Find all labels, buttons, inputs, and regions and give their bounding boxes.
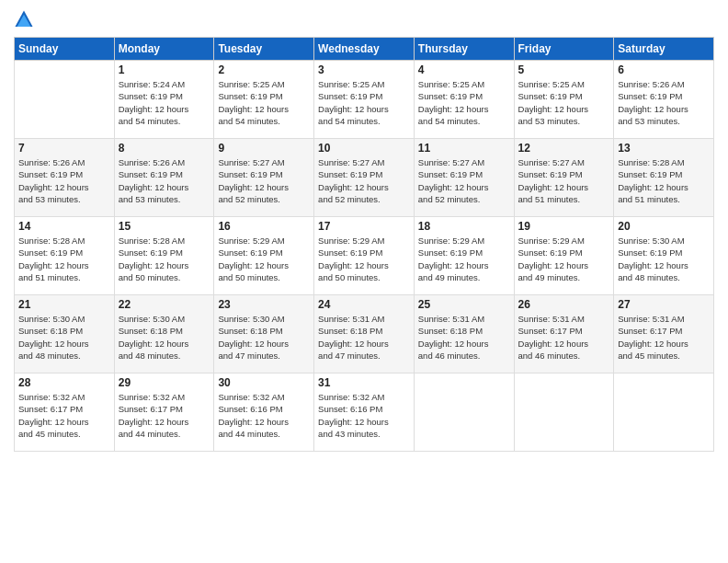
cell-info: Sunrise: 5:32 AM Sunset: 6:17 PM Dayligh… — [119, 391, 210, 440]
calendar-cell: 31Sunrise: 5:32 AM Sunset: 6:16 PM Dayli… — [314, 373, 415, 452]
cell-info: Sunrise: 5:32 AM Sunset: 6:16 PM Dayligh… — [318, 391, 410, 440]
calendar-cell: 30Sunrise: 5:32 AM Sunset: 6:16 PM Dayli… — [214, 373, 314, 452]
calendar-cell: 21Sunrise: 5:30 AM Sunset: 6:18 PM Dayli… — [15, 295, 115, 373]
calendar-cell: 28Sunrise: 5:32 AM Sunset: 6:17 PM Dayli… — [15, 373, 115, 452]
day-number: 20 — [618, 220, 710, 233]
week-row-2: 14Sunrise: 5:28 AM Sunset: 6:19 PM Dayli… — [15, 217, 714, 295]
day-number: 28 — [18, 376, 110, 389]
header-cell-wednesday: Wednesday — [314, 38, 415, 61]
day-number: 23 — [218, 298, 310, 311]
day-number: 22 — [119, 298, 210, 311]
logo — [14, 9, 38, 29]
day-number: 6 — [618, 63, 710, 76]
day-number: 9 — [218, 142, 310, 155]
day-number: 5 — [518, 63, 610, 76]
calendar-cell: 4Sunrise: 5:25 AM Sunset: 6:19 PM Daylig… — [414, 61, 514, 139]
cell-info: Sunrise: 5:29 AM Sunset: 6:19 PM Dayligh… — [218, 235, 310, 283]
day-number: 2 — [218, 63, 310, 76]
calendar-cell: 14Sunrise: 5:28 AM Sunset: 6:19 PM Dayli… — [15, 217, 115, 295]
day-number: 12 — [518, 142, 610, 155]
calendar-cell: 2Sunrise: 5:25 AM Sunset: 6:19 PM Daylig… — [214, 61, 314, 139]
day-number: 26 — [518, 298, 610, 311]
day-number: 18 — [418, 220, 510, 233]
calendar-cell: 19Sunrise: 5:29 AM Sunset: 6:19 PM Dayli… — [514, 217, 614, 295]
cell-info: Sunrise: 5:30 AM Sunset: 6:18 PM Dayligh… — [18, 313, 110, 362]
cell-info: Sunrise: 5:31 AM Sunset: 6:17 PM Dayligh… — [618, 313, 710, 362]
day-number: 13 — [618, 142, 710, 155]
calendar-cell: 7Sunrise: 5:26 AM Sunset: 6:19 PM Daylig… — [15, 139, 115, 217]
day-number: 3 — [318, 63, 410, 76]
calendar-cell: 11Sunrise: 5:27 AM Sunset: 6:19 PM Dayli… — [414, 139, 514, 217]
header-cell-sunday: Sunday — [15, 38, 115, 61]
cell-info: Sunrise: 5:25 AM Sunset: 6:19 PM Dayligh… — [518, 78, 610, 127]
calendar-cell: 3Sunrise: 5:25 AM Sunset: 6:19 PM Daylig… — [314, 61, 415, 139]
day-number: 14 — [18, 220, 110, 233]
day-number: 24 — [318, 298, 410, 311]
calendar-cell: 8Sunrise: 5:26 AM Sunset: 6:19 PM Daylig… — [114, 139, 214, 217]
calendar-cell: 20Sunrise: 5:30 AM Sunset: 6:19 PM Dayli… — [614, 217, 714, 295]
calendar-cell — [614, 373, 714, 452]
cell-info: Sunrise: 5:28 AM Sunset: 6:19 PM Dayligh… — [618, 156, 710, 205]
day-number: 1 — [119, 63, 210, 76]
cell-info: Sunrise: 5:30 AM Sunset: 6:18 PM Dayligh… — [119, 313, 210, 362]
day-number: 16 — [218, 220, 310, 233]
cell-info: Sunrise: 5:26 AM Sunset: 6:19 PM Dayligh… — [119, 156, 210, 205]
week-row-4: 28Sunrise: 5:32 AM Sunset: 6:17 PM Dayli… — [15, 373, 714, 452]
day-number: 27 — [618, 298, 710, 311]
day-number: 11 — [418, 142, 510, 155]
cell-info: Sunrise: 5:26 AM Sunset: 6:19 PM Dayligh… — [18, 156, 110, 205]
calendar-cell: 25Sunrise: 5:31 AM Sunset: 6:18 PM Dayli… — [414, 295, 514, 373]
day-number: 30 — [218, 376, 310, 389]
week-row-1: 7Sunrise: 5:26 AM Sunset: 6:19 PM Daylig… — [15, 139, 714, 217]
day-number: 21 — [18, 298, 110, 311]
calendar-cell: 17Sunrise: 5:29 AM Sunset: 6:19 PM Dayli… — [314, 217, 415, 295]
calendar-cell: 16Sunrise: 5:29 AM Sunset: 6:19 PM Dayli… — [214, 217, 314, 295]
calendar-body: 1Sunrise: 5:24 AM Sunset: 6:19 PM Daylig… — [15, 61, 714, 452]
calendar-cell: 29Sunrise: 5:32 AM Sunset: 6:17 PM Dayli… — [114, 373, 214, 452]
day-number: 17 — [318, 220, 410, 233]
header-cell-thursday: Thursday — [414, 38, 514, 61]
cell-info: Sunrise: 5:31 AM Sunset: 6:18 PM Dayligh… — [418, 313, 510, 362]
day-number: 31 — [318, 376, 410, 389]
calendar-cell: 13Sunrise: 5:28 AM Sunset: 6:19 PM Dayli… — [614, 139, 714, 217]
calendar-cell — [514, 373, 614, 452]
day-number: 4 — [418, 63, 510, 76]
calendar-table: SundayMondayTuesdayWednesdayThursdayFrid… — [14, 37, 714, 452]
cell-info: Sunrise: 5:32 AM Sunset: 6:16 PM Dayligh… — [218, 391, 310, 440]
cell-info: Sunrise: 5:29 AM Sunset: 6:19 PM Dayligh… — [518, 235, 610, 283]
cell-info: Sunrise: 5:31 AM Sunset: 6:17 PM Dayligh… — [518, 313, 610, 362]
calendar-cell: 18Sunrise: 5:29 AM Sunset: 6:19 PM Dayli… — [414, 217, 514, 295]
calendar-cell: 5Sunrise: 5:25 AM Sunset: 6:19 PM Daylig… — [514, 61, 614, 139]
cell-info: Sunrise: 5:25 AM Sunset: 6:19 PM Dayligh… — [218, 78, 310, 127]
calendar-cell: 27Sunrise: 5:31 AM Sunset: 6:17 PM Dayli… — [614, 295, 714, 373]
cell-info: Sunrise: 5:31 AM Sunset: 6:18 PM Dayligh… — [318, 313, 410, 362]
header-row: SundayMondayTuesdayWednesdayThursdayFrid… — [15, 38, 714, 61]
cell-info: Sunrise: 5:30 AM Sunset: 6:18 PM Dayligh… — [218, 313, 310, 362]
day-number: 10 — [318, 142, 410, 155]
day-number: 29 — [119, 376, 210, 389]
calendar-header: SundayMondayTuesdayWednesdayThursdayFrid… — [15, 38, 714, 61]
day-number: 7 — [18, 142, 110, 155]
header-cell-saturday: Saturday — [614, 38, 714, 61]
cell-info: Sunrise: 5:27 AM Sunset: 6:19 PM Dayligh… — [318, 156, 410, 205]
calendar-cell: 15Sunrise: 5:28 AM Sunset: 6:19 PM Dayli… — [114, 217, 214, 295]
calendar-cell: 23Sunrise: 5:30 AM Sunset: 6:18 PM Dayli… — [214, 295, 314, 373]
calendar-cell: 24Sunrise: 5:31 AM Sunset: 6:18 PM Dayli… — [314, 295, 415, 373]
calendar-cell: 1Sunrise: 5:24 AM Sunset: 6:19 PM Daylig… — [114, 61, 214, 139]
week-row-0: 1Sunrise: 5:24 AM Sunset: 6:19 PM Daylig… — [15, 61, 714, 139]
cell-info: Sunrise: 5:29 AM Sunset: 6:19 PM Dayligh… — [418, 235, 510, 283]
header-cell-friday: Friday — [514, 38, 614, 61]
day-number: 25 — [418, 298, 510, 311]
cell-info: Sunrise: 5:27 AM Sunset: 6:19 PM Dayligh… — [518, 156, 610, 205]
cell-info: Sunrise: 5:28 AM Sunset: 6:19 PM Dayligh… — [119, 235, 210, 283]
calendar-cell: 22Sunrise: 5:30 AM Sunset: 6:18 PM Dayli… — [114, 295, 214, 373]
calendar-cell: 6Sunrise: 5:26 AM Sunset: 6:19 PM Daylig… — [614, 61, 714, 139]
cell-info: Sunrise: 5:30 AM Sunset: 6:19 PM Dayligh… — [618, 235, 710, 283]
cell-info: Sunrise: 5:29 AM Sunset: 6:19 PM Dayligh… — [318, 235, 410, 283]
header-cell-monday: Monday — [114, 38, 214, 61]
day-number: 8 — [119, 142, 210, 155]
calendar-cell: 9Sunrise: 5:27 AM Sunset: 6:19 PM Daylig… — [214, 139, 314, 217]
week-row-3: 21Sunrise: 5:30 AM Sunset: 6:18 PM Dayli… — [15, 295, 714, 373]
page: SundayMondayTuesdayWednesdayThursdayFrid… — [0, 0, 728, 563]
header — [14, 9, 714, 29]
